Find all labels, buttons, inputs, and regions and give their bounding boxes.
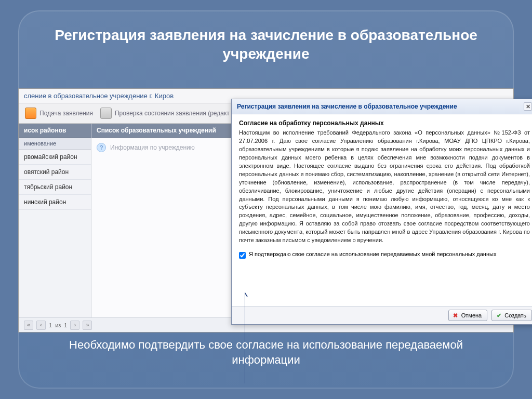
submit-label: Подача заявления <box>39 110 93 117</box>
pager-total: 1 <box>64 322 67 328</box>
pager-page: 1 <box>49 322 52 328</box>
modal-body: Согласие на обработку персональных данны… <box>232 114 532 306</box>
slide-frame: Регистрация заявления на зачисление в об… <box>18 10 514 389</box>
info-icon: ? <box>97 143 106 152</box>
consent-checkbox-label: Я подтверждаю свое согласие на использов… <box>249 251 496 257</box>
sidebar-item-3[interactable]: нинский район <box>19 195 91 210</box>
cancel-button[interactable]: ✖ Отмена <box>448 310 487 321</box>
check-label: Проверка состояния заявления (редакт <box>115 110 230 117</box>
cancel-icon: ✖ <box>452 312 459 319</box>
consent-heading: Согласие на обработку персональных данны… <box>239 119 530 127</box>
check-icon <box>100 108 112 119</box>
sidebar-item-2[interactable]: тябрьский район <box>19 180 91 195</box>
pager-first-button[interactable]: « <box>24 321 33 330</box>
sidebar-item-1[interactable]: овятский район <box>19 165 91 180</box>
create-label: Создать <box>504 312 526 318</box>
consent-text: Настоящим во исполнение требований Федер… <box>239 129 530 245</box>
slide-footer-text: Необходимо подтвердить свое согласие на … <box>18 337 514 368</box>
annotation-arrow <box>245 292 245 293</box>
consent-modal: Регистрация заявления на зачисление в об… <box>231 99 532 325</box>
sidebar-header: исок районов <box>19 124 91 138</box>
modal-titlebar: Регистрация заявления на зачисление в об… <box>232 99 532 114</box>
main-info-text: Информация по учреждению <box>110 144 195 151</box>
create-button[interactable]: ✔ Создать <box>491 310 532 321</box>
check-status-button[interactable]: Проверка состояния заявления (редакт <box>100 108 230 119</box>
slide-title: Регистрация заявления на зачисление в об… <box>18 10 514 74</box>
sidebar-subheader: именование <box>19 138 91 150</box>
sidebar-item-0[interactable]: рвомайский район <box>19 150 91 165</box>
sidebar: исок районов именование рвомайский район… <box>19 124 91 330</box>
consent-checkbox[interactable] <box>239 252 246 259</box>
pager-of-label: из <box>55 322 61 328</box>
submit-icon <box>25 108 36 119</box>
pager-last-button[interactable]: » <box>83 321 92 330</box>
pager-prev-button[interactable]: ‹ <box>36 321 46 330</box>
close-icon[interactable]: ✕ <box>524 102 532 111</box>
submit-application-button[interactable]: Подача заявления <box>25 108 93 119</box>
cancel-label: Отмена <box>461 312 482 318</box>
check-icon: ✔ <box>495 312 502 319</box>
modal-title-text: Регистрация заявления на зачисление в об… <box>237 103 457 110</box>
pager-next-button[interactable]: › <box>70 321 79 330</box>
consent-checkbox-row[interactable]: Я подтверждаю свое согласие на использов… <box>239 251 530 259</box>
